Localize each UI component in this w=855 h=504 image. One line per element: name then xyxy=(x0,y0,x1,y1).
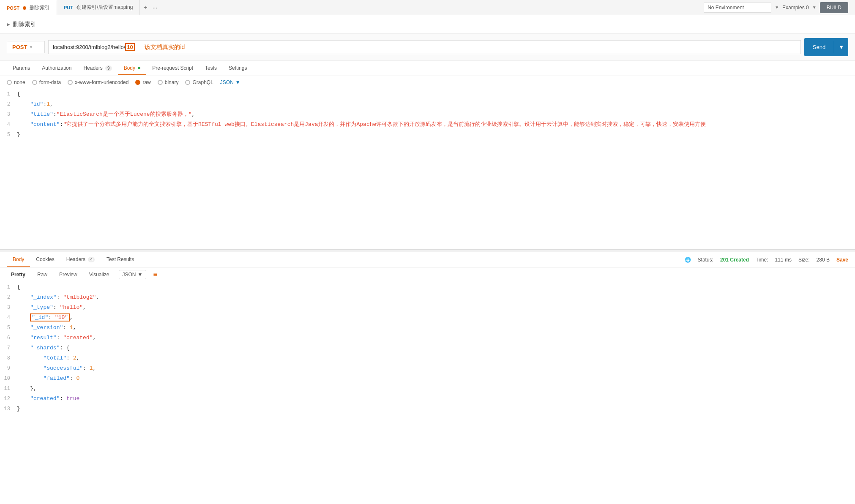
format-pretty[interactable]: Pretty xyxy=(7,270,30,279)
response-format-dropdown[interactable]: JSON ▼ xyxy=(119,270,147,279)
time-value: 111 ms xyxy=(775,257,792,263)
request-body-editor[interactable]: 1 { 2 "id":1, 3 "title":"ElasticSearch是一… xyxy=(0,89,855,250)
tab-params[interactable]: Params xyxy=(7,62,36,75)
line-num-1: 1 xyxy=(0,90,17,99)
status-label: Status: xyxy=(698,257,713,263)
line-num-2: 2 xyxy=(0,100,17,109)
add-tab-button[interactable]: + xyxy=(140,4,150,11)
tab-headers-label: Headers xyxy=(83,65,102,71)
response-format-label: JSON xyxy=(123,272,136,278)
resp-line-1: 1 { xyxy=(0,282,855,292)
line-num-3: 3 xyxy=(0,110,17,119)
size-label: Size: xyxy=(798,257,810,263)
tab-body-label: Body xyxy=(124,65,135,71)
wrap-lines-icon[interactable]: ≡ xyxy=(153,271,157,278)
code-line-4: 4 "content":"它提供了一个分布式多用户能力的全文搜索引擎，基于RES… xyxy=(0,120,855,130)
resp-line-9: 9 "successful": 1, xyxy=(0,363,855,373)
resp-lcontent-2: "_index": "tmlblog2", xyxy=(17,293,855,302)
resp-tab-headers[interactable]: Headers 4 xyxy=(60,253,101,267)
tab-method-put: PUT xyxy=(64,5,73,10)
tab-headers[interactable]: Headers 9 xyxy=(77,62,117,75)
status-code: 201 Created xyxy=(720,257,749,263)
url-base: localhost:9200/tmlblog2/hello/ xyxy=(53,44,125,50)
response-format-chevron: ▼ xyxy=(138,272,143,278)
send-button[interactable]: Send ▼ xyxy=(804,38,848,56)
resp-lnum-9: 9 xyxy=(0,364,17,373)
more-tabs-button[interactable]: ··· xyxy=(151,4,159,11)
resp-lcontent-12: "created": true xyxy=(17,394,855,403)
resp-tab-cookies[interactable]: Cookies xyxy=(30,253,60,267)
resp-line-6: 6 "result": "created", xyxy=(0,333,855,343)
resp-lcontent-9: "successful": 1, xyxy=(17,364,855,373)
code-line-1: 1 { xyxy=(0,89,855,99)
build-button[interactable]: BUILD xyxy=(820,2,848,13)
body-type-raw[interactable]: raw xyxy=(135,79,150,85)
resp-lnum-1: 1 xyxy=(0,283,17,292)
method-selector[interactable]: POST ▼ xyxy=(7,41,45,53)
format-visualize[interactable]: Visualize xyxy=(85,270,114,279)
body-type-form-data[interactable]: form-data xyxy=(32,79,61,85)
radio-none xyxy=(7,80,12,85)
tab-tests[interactable]: Tests xyxy=(199,62,223,75)
resp-tab-cookies-label: Cookies xyxy=(36,256,54,262)
url-annotation: 该文档真实的id xyxy=(145,44,185,50)
format-pretty-label: Pretty xyxy=(11,272,25,278)
body-type-graphql-label: GraphQL xyxy=(192,79,213,85)
environment-select[interactable]: No Environment xyxy=(704,3,771,13)
response-tabs-bar: Body Cookies Headers 4 Test Results 🌐 St… xyxy=(0,252,855,267)
resp-tab-body[interactable]: Body xyxy=(7,253,30,267)
tab-create-index[interactable]: PUT 创建索引/后设置mapping xyxy=(57,0,140,15)
format-preview[interactable]: Preview xyxy=(55,270,82,279)
resp-lnum-8: 8 xyxy=(0,354,17,363)
resp-tab-testresults[interactable]: Test Results xyxy=(101,253,140,267)
tab-prerequest-label: Pre-request Script xyxy=(152,65,193,71)
code-line-3: 3 "title":"ElasticSearch是一个基于Lucene的搜索服务… xyxy=(0,109,855,120)
format-raw[interactable]: Raw xyxy=(33,270,52,279)
line-num-4: 4 xyxy=(0,120,17,129)
line-num-5: 5 xyxy=(0,130,17,139)
body-type-graphql[interactable]: GraphQL xyxy=(185,79,213,85)
body-type-none-label: none xyxy=(14,79,25,85)
body-type-binary-label: binary xyxy=(165,79,179,85)
code-line-5: 5 } xyxy=(0,130,855,140)
resp-lcontent-8: "total": 2, xyxy=(17,354,855,363)
url-id-highlight: 10 xyxy=(125,43,134,51)
examples-dropdown-icon[interactable]: ▼ xyxy=(812,5,817,10)
request-tabs: Params Authorization Headers 9 Body Pre-… xyxy=(0,61,855,76)
resp-lnum-10: 10 xyxy=(0,374,17,383)
save-response-link[interactable]: Save xyxy=(836,257,848,263)
headers-badge: 9 xyxy=(105,65,112,71)
raw-format-dropdown[interactable]: JSON ▼ xyxy=(220,79,240,85)
id-highlight: "_id": "10" xyxy=(30,313,70,321)
body-type-binary[interactable]: binary xyxy=(158,79,179,85)
tab-authorization-label: Authorization xyxy=(42,65,71,71)
body-type-urlencoded[interactable]: x-www-form-urlencoded xyxy=(68,79,128,85)
resp-lnum-6: 6 xyxy=(0,333,17,343)
format-preview-label: Preview xyxy=(59,272,77,278)
method-label: POST xyxy=(12,44,27,50)
radio-binary xyxy=(158,80,163,85)
chevron-down-icon: ▼ xyxy=(775,5,779,10)
resp-lcontent-3: "_type": "hello", xyxy=(17,303,855,312)
raw-format-chevron: ▼ xyxy=(235,79,240,85)
tab-settings[interactable]: Settings xyxy=(223,62,253,75)
resp-lcontent-11: }, xyxy=(17,384,855,393)
globe-icon: 🌐 xyxy=(685,257,691,263)
tab-authorization[interactable]: Authorization xyxy=(36,62,77,75)
url-input[interactable]: localhost:9200/tmlblog2/hello/10 该文档真实的i… xyxy=(48,40,801,54)
body-type-none[interactable]: none xyxy=(7,79,25,85)
radio-form-data xyxy=(32,80,37,85)
tab-delete-index[interactable]: POST 删除索引 xyxy=(0,0,57,15)
resp-lnum-12: 12 xyxy=(0,394,17,403)
tab-body[interactable]: Body xyxy=(118,62,147,75)
resp-lcontent-7: "_shards": { xyxy=(17,343,855,353)
tab-tests-label: Tests xyxy=(205,65,217,71)
code-line-2: 2 "id":1, xyxy=(0,99,855,109)
format-visualize-label: Visualize xyxy=(89,272,109,278)
collapse-icon[interactable]: ▶ xyxy=(7,22,10,27)
method-dropdown-icon: ▼ xyxy=(29,45,33,49)
tab-prerequest[interactable]: Pre-request Script xyxy=(146,62,199,75)
body-type-urlencoded-label: x-www-form-urlencoded xyxy=(75,79,128,85)
send-dropdown-icon[interactable]: ▼ xyxy=(834,41,848,53)
resp-lnum-5: 5 xyxy=(0,323,17,332)
